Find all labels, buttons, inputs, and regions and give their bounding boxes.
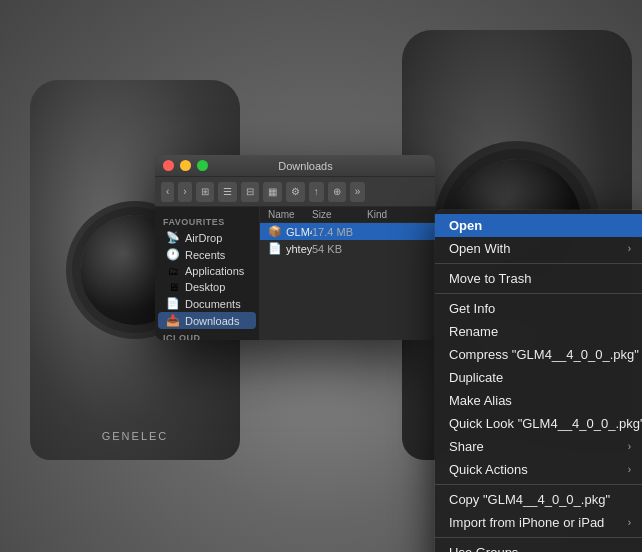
more-button[interactable]: » (350, 182, 366, 202)
file-size-yhteystiedot: 54 KB (312, 243, 367, 255)
context-menu-arrow-share: › (628, 441, 631, 452)
col-header-name: Name (268, 209, 312, 220)
downloads-icon: 📥 (166, 314, 180, 327)
pkg-icon: 📦 (268, 225, 282, 238)
col-header-kind: Kind (367, 209, 427, 220)
col-header-size: Size (312, 209, 367, 220)
icloud-section-label: iCloud (155, 329, 259, 340)
documents-icon: 📄 (166, 297, 180, 310)
context-menu-item-rename[interactable]: Rename (435, 320, 642, 343)
column-view-button[interactable]: ⊟ (241, 182, 259, 202)
context-menu-separator (435, 263, 642, 264)
sidebar-item-airdrop[interactable]: 📡 AirDrop (158, 229, 256, 246)
downloads-label: Downloads (185, 315, 239, 327)
finder-filelist: Name Size Kind 📦 GLM4__4_0_0_.pkg 17.4 M… (260, 207, 435, 340)
finder-sidebar: Favourites 📡 AirDrop 🕐 Recents 🗂 Applica… (155, 207, 260, 340)
gallery-view-button[interactable]: ▦ (263, 182, 282, 202)
context-menu-item-get-info[interactable]: Get Info (435, 297, 642, 320)
speaker-left-brand: GENELEC (102, 430, 169, 442)
file-size-glm4: 17.4 MB (312, 226, 367, 238)
documents-label: Documents (185, 298, 241, 310)
context-menu-item-make-alias[interactable]: Make Alias (435, 389, 642, 412)
context-menu-label-open-with: Open With (449, 241, 510, 256)
csv-icon: 📄 (268, 242, 282, 255)
context-menu-item-quick-look[interactable]: Quick Look "GLM4__4_0_0_.pkg" (435, 412, 642, 435)
favourites-section-label: Favourites (155, 213, 259, 229)
file-name-glm4: 📦 GLM4__4_0_0_.pkg (268, 225, 312, 238)
context-menu-label-make-alias: Make Alias (449, 393, 512, 408)
context-menu-label-import-iphone: Import from iPhone or iPad (449, 515, 604, 530)
context-menu-item-share[interactable]: Share› (435, 435, 642, 458)
desktop-label: Desktop (185, 281, 225, 293)
context-menu-arrow-quick-actions: › (628, 464, 631, 475)
context-menu: OpenOpen With›Move to TrashGet InfoRenam… (435, 210, 642, 552)
applications-label: Applications (185, 265, 244, 277)
context-menu-label-quick-actions: Quick Actions (449, 462, 528, 477)
context-menu-label-open: Open (449, 218, 482, 233)
context-menu-label-use-groups: Use Groups (449, 545, 518, 552)
sidebar-item-recents[interactable]: 🕐 Recents (158, 246, 256, 263)
finder-body: Favourites 📡 AirDrop 🕐 Recents 🗂 Applica… (155, 207, 435, 340)
back-button[interactable]: ‹ (161, 182, 174, 202)
context-menu-item-copy[interactable]: Copy "GLM4__4_0_0_.pkg" (435, 488, 642, 511)
airdrop-icon: 📡 (166, 231, 180, 244)
file-row-glm4[interactable]: 📦 GLM4__4_0_0_.pkg 17.4 MB (260, 223, 435, 240)
context-menu-label-compress: Compress "GLM4__4_0_0_.pkg" (449, 347, 639, 362)
tag-button[interactable]: ⊕ (328, 182, 346, 202)
window-title: Downloads (214, 160, 397, 172)
finder-titlebar: Downloads (155, 155, 435, 177)
fullscreen-button[interactable] (197, 160, 208, 171)
context-menu-item-use-groups[interactable]: Use Groups (435, 541, 642, 552)
sidebar-item-desktop[interactable]: 🖥 Desktop (158, 279, 256, 295)
context-menu-label-copy: Copy "GLM4__4_0_0_.pkg" (449, 492, 610, 507)
file-row-yhteystiedot[interactable]: 📄 yhteystiedot.csv 54 KB (260, 240, 435, 257)
finder-window: Downloads ‹ › ⊞ ☰ ⊟ ▦ ⚙ ↑ ⊕ » Favourites… (155, 155, 435, 340)
context-menu-label-get-info: Get Info (449, 301, 495, 316)
context-menu-separator (435, 484, 642, 485)
desktop-icon: 🖥 (166, 281, 180, 293)
airdrop-label: AirDrop (185, 232, 222, 244)
close-button[interactable] (163, 160, 174, 171)
minimize-button[interactable] (180, 160, 191, 171)
context-menu-item-open[interactable]: Open (435, 214, 642, 237)
context-menu-label-duplicate: Duplicate (449, 370, 503, 385)
sidebar-item-applications[interactable]: 🗂 Applications (158, 263, 256, 279)
filelist-header: Name Size Kind (260, 207, 435, 223)
context-menu-item-quick-actions[interactable]: Quick Actions› (435, 458, 642, 481)
recents-label: Recents (185, 249, 225, 261)
icon-view-button[interactable]: ⊞ (196, 182, 214, 202)
forward-button[interactable]: › (178, 182, 191, 202)
finder-toolbar: ‹ › ⊞ ☰ ⊟ ▦ ⚙ ↑ ⊕ » (155, 177, 435, 207)
context-menu-item-move-to-trash[interactable]: Move to Trash (435, 267, 642, 290)
context-menu-separator (435, 537, 642, 538)
list-view-button[interactable]: ☰ (218, 182, 237, 202)
context-menu-item-open-with[interactable]: Open With› (435, 237, 642, 260)
share-button[interactable]: ↑ (309, 182, 324, 202)
context-menu-item-compress[interactable]: Compress "GLM4__4_0_0_.pkg" (435, 343, 642, 366)
context-menu-label-move-to-trash: Move to Trash (449, 271, 531, 286)
sidebar-item-downloads[interactable]: 📥 Downloads (158, 312, 256, 329)
context-menu-arrow-import-iphone: › (628, 517, 631, 528)
context-menu-arrow-open-with: › (628, 243, 631, 254)
context-menu-label-quick-look: Quick Look "GLM4__4_0_0_.pkg" (449, 416, 642, 431)
context-menu-separator (435, 293, 642, 294)
file-name-yhteystiedot: 📄 yhteystiedot.csv (268, 242, 312, 255)
applications-icon: 🗂 (166, 265, 180, 277)
action-button[interactable]: ⚙ (286, 182, 305, 202)
context-menu-label-share: Share (449, 439, 484, 454)
sidebar-item-documents[interactable]: 📄 Documents (158, 295, 256, 312)
recents-icon: 🕐 (166, 248, 180, 261)
context-menu-label-rename: Rename (449, 324, 498, 339)
context-menu-item-import-iphone[interactable]: Import from iPhone or iPad› (435, 511, 642, 534)
context-menu-item-duplicate[interactable]: Duplicate (435, 366, 642, 389)
